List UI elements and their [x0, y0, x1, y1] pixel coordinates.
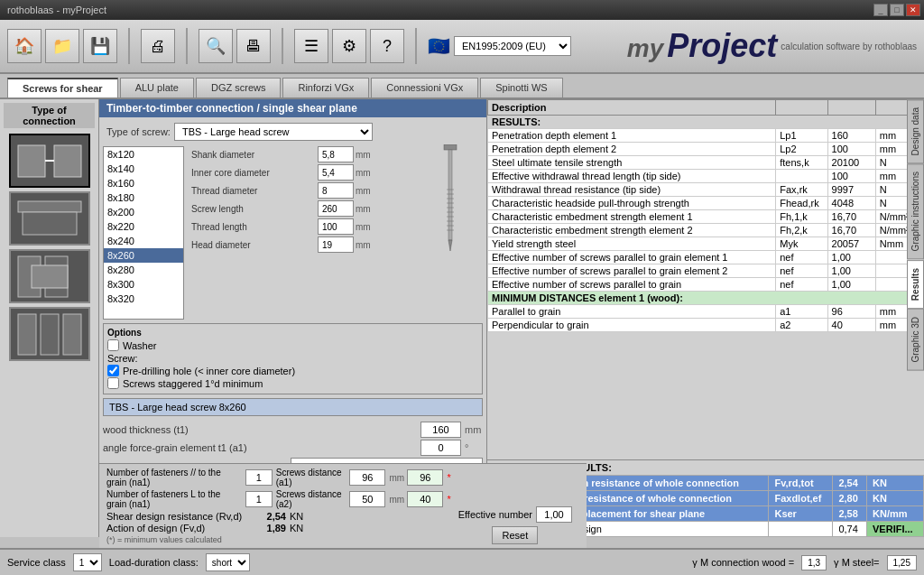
connection-item-4[interactable] [9, 307, 90, 361]
screw-length-unit: mm [356, 204, 371, 214]
close-button[interactable]: ✕ [906, 4, 920, 16]
screw-item-8x320[interactable]: 8x320 [104, 292, 183, 306]
effective-value-input[interactable] [536, 506, 572, 523]
vtab-design-data[interactable]: Design data [907, 99, 924, 163]
results-section-header: RESULTS: [488, 116, 924, 129]
staggered-checkbox[interactable] [107, 377, 119, 389]
load-duration-label: Load-duration class: [109, 557, 199, 568]
screw-svg [441, 144, 459, 262]
fastener-nb1-input[interactable] [245, 491, 273, 507]
predrilling-label: Pre-drilling hole (< inner core diameter… [123, 366, 295, 376]
connection-item-1[interactable] [9, 134, 90, 188]
predrilling-checkbox[interactable] [107, 365, 119, 376]
inner-core-input[interactable] [318, 164, 354, 181]
bottom-bar: Service class 1 Load-duration class: sho… [0, 548, 924, 575]
vtab-results[interactable]: Results [907, 260, 924, 309]
reset-button[interactable]: Reset [492, 526, 538, 544]
help-button[interactable]: ? [370, 29, 404, 63]
min-dist-section-header: MINIMUM DISTANCES element 1 (wood): [488, 292, 924, 305]
fastener-a1-min-input[interactable] [407, 469, 443, 486]
screw-item-8x260[interactable]: 8x260 [104, 248, 183, 263]
save-button[interactable]: 💾 [83, 29, 117, 63]
logo-sub: calculation software by rothoblaas [781, 42, 917, 51]
options-section: Options Washer Screw: Pre-drilling hole … [103, 323, 483, 394]
screw-item-8x240[interactable]: 8x240 [104, 234, 183, 248]
menu-button[interactable]: ☰ [294, 29, 328, 63]
summary-sym-2: Faxdlot,ef [769, 491, 833, 506]
screw-item-8x200[interactable]: 8x200 [104, 205, 183, 219]
screw-list[interactable]: 8x120 8x140 8x160 8x180 8x200 8x220 8x24… [103, 146, 184, 320]
fastener-a1-dist-input[interactable] [349, 469, 385, 486]
service-class-label: Service class [7, 557, 66, 568]
screw-item-8x140[interactable]: 8x140 [104, 162, 183, 176]
inner-core-unit: mm [356, 168, 371, 178]
svg-rect-7 [32, 265, 68, 288]
tab-rinforzi[interactable]: Rinforzi VGx [282, 78, 369, 97]
window-title: rothoblaas - myProject [4, 5, 106, 15]
screw-item-8x120[interactable]: 8x120 [104, 147, 183, 162]
toolbar-tool-group: 🔍 🖶 [199, 29, 271, 63]
screw-item-8x280[interactable]: 8x280 [104, 263, 183, 277]
tab-alu-plate[interactable]: ALU plate [120, 78, 194, 97]
screw-length-row: Screw length mm [191, 200, 483, 217]
result-sym-myk: Myk [776, 237, 827, 251]
summary-val-3: 2,58 [833, 506, 867, 522]
vtab-graphic-instructions[interactable]: Graphic instructions [907, 163, 924, 259]
shank-diameter-row: Shank diameter mm [191, 146, 483, 162]
wood1-angle-row: angle force-grain element t1 (a1) ° [103, 440, 483, 456]
summary-unit-1: KN [867, 476, 924, 491]
head-diameter-row: Head diameter mm [191, 236, 483, 253]
thread-length-row: Thread length mm [191, 218, 483, 235]
washer-checkbox[interactable] [107, 339, 119, 351]
tab-connessioni[interactable]: Connessioni VGx [371, 78, 478, 97]
thread-diameter-input[interactable] [318, 182, 354, 199]
language-dropdown[interactable]: EN1995:2009 (EU) [454, 36, 571, 56]
tab-spinotti[interactable]: Spinotti WS [480, 78, 562, 97]
settings-button[interactable]: ⚙ [332, 29, 366, 63]
fastener-a2-min-input[interactable] [407, 491, 443, 507]
result-sym-lp2: Lp2 [776, 143, 827, 156]
open-button[interactable]: 📁 [45, 29, 79, 63]
fastener-na1-input[interactable] [245, 469, 273, 486]
wood1-thickness-row: wood thickness (t1) mm [103, 422, 483, 438]
tab-dgz-screws[interactable]: DGZ screws [196, 78, 282, 97]
print2-button[interactable]: 🖶 [236, 29, 271, 63]
vtab-graphic-3d[interactable]: Graphic 3D [907, 309, 924, 371]
screw-item-8x180[interactable]: 8x180 [104, 190, 183, 205]
result-desc-ftens: Steel ultimate tensile strength [488, 156, 776, 170]
load-duration-dropdown[interactable]: short [206, 553, 250, 571]
screw-type-dropdown[interactable]: TBS - Large head screw [174, 123, 373, 141]
print-button[interactable]: 🖨 [141, 29, 175, 63]
shank-diameter-input[interactable] [318, 146, 354, 162]
maximize-button[interactable]: □ [890, 4, 904, 16]
result-desc-fax: Withdrawal thread resistance (tip side) [488, 183, 776, 197]
toolbar-separator-2 [186, 28, 188, 64]
screw-length-input[interactable] [318, 200, 354, 217]
result-desc-fh2: Characteristic embedment strength elemen… [488, 224, 776, 237]
minimize-button[interactable]: _ [873, 4, 888, 16]
result-desc-nef1: Effective number of screws parallel to g… [488, 251, 776, 264]
connection-item-2[interactable] [9, 191, 90, 246]
result-row-fax: Withdrawal thread resistance (tip side) … [488, 183, 924, 197]
fastener-a2-dist-input[interactable] [349, 491, 385, 507]
summary-val-1: 2,54 [833, 476, 867, 491]
col-val-header [827, 100, 875, 116]
home-button[interactable]: 🏠 [7, 29, 42, 63]
screw-item-8x160[interactable]: 8x160 [104, 176, 183, 190]
screw-length-label: Screw length [191, 204, 318, 214]
screw-item-8x300[interactable]: 8x300 [104, 277, 183, 292]
tab-screws-for-shear[interactable]: Screws for shear [7, 78, 118, 97]
wood1-thickness-input[interactable] [420, 422, 461, 438]
gamma-wood-value: 1,3 [801, 555, 827, 570]
screw-properties: Shank diameter mm Inner core diameter mm… [188, 143, 486, 323]
search-button[interactable]: 🔍 [199, 29, 233, 63]
wood1-angle-input[interactable] [420, 440, 461, 456]
connection-item-3[interactable] [9, 249, 90, 303]
bottom-area: Number of fasteners // to the grain (na1… [0, 548, 924, 575]
thread-length-input[interactable] [318, 218, 354, 235]
result-sym-wtl [776, 170, 827, 183]
head-diameter-input[interactable] [318, 236, 354, 253]
screw-item-8x220[interactable]: 8x220 [104, 219, 183, 234]
service-class-dropdown[interactable]: 1 [73, 553, 102, 571]
wood1-angle-label: angle force-grain element t1 (a1) [103, 442, 417, 453]
